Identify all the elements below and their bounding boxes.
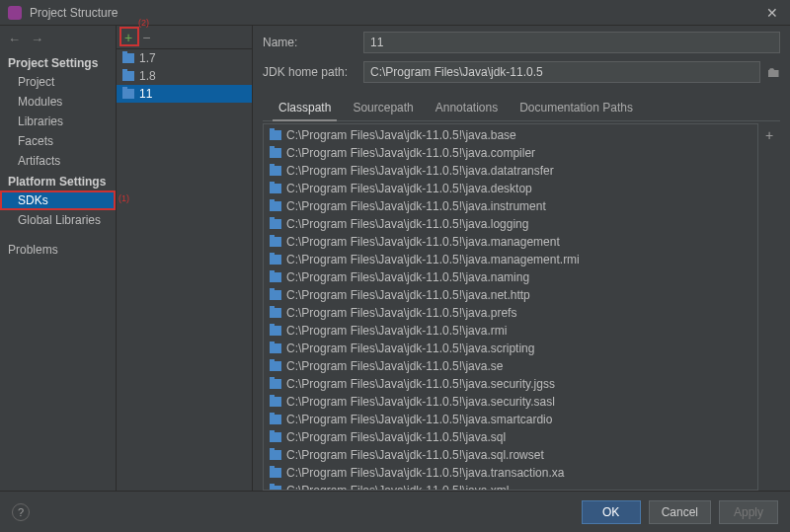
sidebar-item-sdks[interactable]: SDKs (1): [0, 190, 116, 210]
titlebar: Project Structure ✕: [0, 0, 790, 26]
folder-icon: [270, 272, 281, 282]
classpath-row[interactable]: C:\Program Files\Java\jdk-11.0.5!\java.d…: [264, 162, 757, 180]
cancel-button[interactable]: Cancel: [649, 500, 711, 524]
classpath-path: C:\Program Files\Java\jdk-11.0.5!\java.d…: [286, 182, 532, 195]
add-sdk-button[interactable]: + (2): [124, 30, 132, 45]
classpath-row[interactable]: C:\Program Files\Java\jdk-11.0.5!\java.s…: [264, 428, 757, 446]
detail-tabs: Classpath Sourcepath Annotations Documen…: [263, 97, 780, 121]
classpath-row[interactable]: C:\Program Files\Java\jdk-11.0.5!\java.s…: [264, 357, 757, 375]
classpath-path: C:\Program Files\Java\jdk-11.0.5!\java.s…: [286, 377, 555, 391]
classpath-row[interactable]: C:\Program Files\Java\jdk-11.0.5!\java.s…: [264, 340, 757, 357]
classpath-row[interactable]: C:\Program Files\Java\jdk-11.0.5!\java.n…: [264, 286, 757, 304]
nav-history: ← →: [0, 30, 116, 52]
folder-icon: [270, 468, 281, 478]
classpath-path: C:\Program Files\Java\jdk-11.0.5!\java.n…: [286, 288, 530, 302]
sidebar-item-project[interactable]: Project: [0, 72, 116, 92]
home-label: JDK home path:: [263, 65, 357, 79]
classpath-row[interactable]: C:\Program Files\Java\jdk-11.0.5!\java.s…: [264, 393, 757, 411]
sdk-list-item[interactable]: 11: [117, 85, 252, 103]
folder-icon: [122, 53, 134, 63]
classpath-row[interactable]: C:\Program Files\Java\jdk-11.0.5!\java.m…: [264, 233, 757, 251]
folder-icon: [122, 89, 134, 99]
folder-icon: [270, 130, 281, 140]
classpath-path: C:\Program Files\Java\jdk-11.0.5!\java.i…: [286, 199, 546, 213]
sidebar-item-problems[interactable]: Problems: [0, 240, 116, 260]
folder-icon: [270, 219, 281, 229]
sidebar-item-facets[interactable]: Facets: [0, 131, 116, 151]
sdk-home-input[interactable]: [363, 61, 760, 83]
tab-sourcepath[interactable]: Sourcepath: [351, 97, 415, 120]
classpath-path: C:\Program Files\Java\jdk-11.0.5!\java.d…: [286, 164, 554, 178]
classpath-path: C:\Program Files\Java\jdk-11.0.5!\java.s…: [286, 430, 506, 444]
classpath-row[interactable]: C:\Program Files\Java\jdk-11.0.5!\java.p…: [264, 304, 757, 322]
classpath-row[interactable]: C:\Program Files\Java\jdk-11.0.5!\java.c…: [264, 144, 757, 162]
sidebar-item-modules[interactable]: Modules: [0, 92, 116, 112]
sdk-name-input[interactable]: [363, 32, 780, 53]
classpath-row[interactable]: C:\Program Files\Java\jdk-11.0.5!\java.m…: [264, 251, 757, 268]
help-icon[interactable]: ?: [12, 503, 30, 521]
classpath-row[interactable]: C:\Program Files\Java\jdk-11.0.5!\java.s…: [264, 446, 757, 464]
remove-sdk-button[interactable]: −: [142, 30, 150, 45]
folder-icon: [270, 255, 281, 265]
heading-platform-settings: Platform Settings: [0, 171, 116, 190]
ok-button[interactable]: OK: [582, 500, 641, 524]
sdk-item-label: 11: [139, 87, 152, 101]
sdk-item-label: 1.8: [139, 69, 156, 83]
main-content: ← → Project Settings Project Modules Lib…: [0, 26, 790, 491]
classpath-path: C:\Program Files\Java\jdk-11.0.5!\java.n…: [286, 270, 529, 284]
sidebar-item-libraries[interactable]: Libraries: [0, 112, 116, 131]
classpath-row[interactable]: C:\Program Files\Java\jdk-11.0.5!\java.s…: [264, 375, 757, 393]
classpath-path: C:\Program Files\Java\jdk-11.0.5!\java.p…: [286, 306, 516, 320]
sdk-list-item[interactable]: 1.8: [117, 67, 252, 85]
folder-icon: [270, 379, 281, 389]
classpath-row[interactable]: C:\Program Files\Java\jdk-11.0.5!\java.t…: [264, 464, 757, 482]
sdk-toolbar: + (2) −: [117, 26, 252, 49]
classpath-path: C:\Program Files\Java\jdk-11.0.5!\java.s…: [286, 359, 503, 373]
back-icon[interactable]: ←: [8, 32, 21, 46]
tab-docpaths[interactable]: Documentation Paths: [517, 97, 635, 120]
classpath-path: C:\Program Files\Java\jdk-11.0.5!\java.s…: [286, 413, 552, 426]
add-classpath-button[interactable]: +: [765, 127, 773, 143]
classpath-path: C:\Program Files\Java\jdk-11.0.5!\java.r…: [286, 324, 507, 338]
classpath-row[interactable]: C:\Program Files\Java\jdk-11.0.5!\java.d…: [264, 180, 757, 197]
classpath-side-toolbar: +: [758, 123, 780, 491]
folder-icon: [270, 361, 281, 371]
tab-classpath[interactable]: Classpath: [276, 97, 333, 120]
folder-icon: [270, 432, 281, 442]
classpath-row[interactable]: C:\Program Files\Java\jdk-11.0.5!\java.x…: [264, 482, 757, 491]
classpath-row[interactable]: C:\Program Files\Java\jdk-11.0.5!\java.s…: [264, 411, 757, 428]
classpath-path: C:\Program Files\Java\jdk-11.0.5!\java.b…: [286, 128, 516, 142]
classpath-path: C:\Program Files\Java\jdk-11.0.5!\java.s…: [286, 448, 544, 462]
sidebar-item-artifacts[interactable]: Artifacts: [0, 151, 116, 171]
sidebar: ← → Project Settings Project Modules Lib…: [0, 26, 117, 491]
classpath-path: C:\Program Files\Java\jdk-11.0.5!\java.x…: [286, 484, 509, 491]
sdk-list[interactable]: 1.71.811: [117, 49, 252, 491]
browse-folder-icon[interactable]: 🖿: [766, 64, 780, 80]
classpath-path: C:\Program Files\Java\jdk-11.0.5!\java.l…: [286, 217, 528, 231]
folder-icon: [270, 415, 281, 424]
name-label: Name:: [263, 36, 357, 49]
sdk-list-item[interactable]: 1.7: [117, 49, 252, 67]
folder-icon: [270, 326, 281, 336]
close-icon[interactable]: ✕: [762, 5, 782, 21]
folder-icon: [122, 71, 134, 81]
classpath-path: C:\Program Files\Java\jdk-11.0.5!\java.m…: [286, 253, 580, 266]
sidebar-item-global-libraries[interactable]: Global Libraries: [0, 210, 116, 230]
classpath-row[interactable]: C:\Program Files\Java\jdk-11.0.5!\java.l…: [264, 215, 757, 233]
classpath-row[interactable]: C:\Program Files\Java\jdk-11.0.5!\java.r…: [264, 322, 757, 340]
sdk-detail: Name: JDK home path: 🖿 Classpath Sourcep…: [253, 26, 790, 491]
dialog-footer: ? OK Cancel Apply: [0, 491, 790, 532]
classpath-row[interactable]: C:\Program Files\Java\jdk-11.0.5!\java.b…: [264, 126, 757, 144]
folder-icon: [270, 166, 281, 176]
classpath-path: C:\Program Files\Java\jdk-11.0.5!\java.m…: [286, 235, 560, 249]
apply-button[interactable]: Apply: [719, 500, 778, 524]
tab-annotations[interactable]: Annotations: [434, 97, 500, 120]
folder-icon: [270, 237, 281, 247]
classpath-list[interactable]: C:\Program Files\Java\jdk-11.0.5!\java.b…: [263, 123, 758, 491]
folder-icon: [270, 397, 281, 407]
classpath-path: C:\Program Files\Java\jdk-11.0.5!\java.s…: [286, 342, 534, 355]
forward-icon[interactable]: →: [31, 32, 43, 46]
classpath-row[interactable]: C:\Program Files\Java\jdk-11.0.5!\java.n…: [264, 268, 757, 286]
classpath-row[interactable]: C:\Program Files\Java\jdk-11.0.5!\java.i…: [264, 197, 757, 215]
folder-icon: [270, 201, 281, 211]
